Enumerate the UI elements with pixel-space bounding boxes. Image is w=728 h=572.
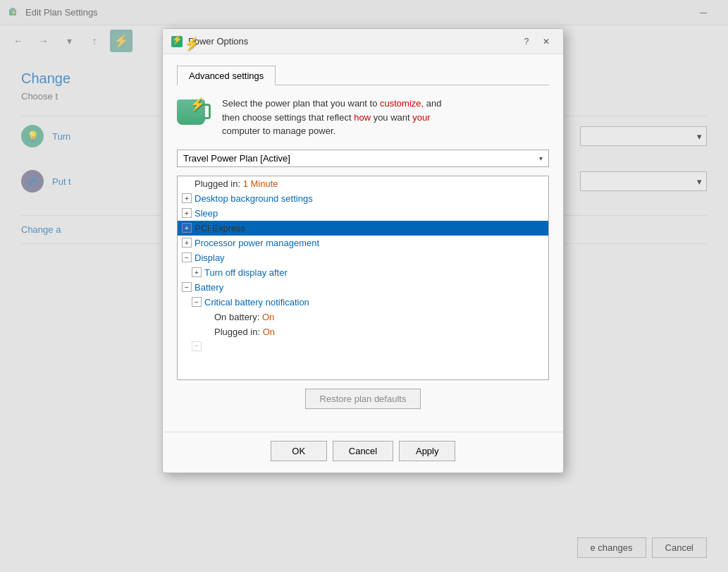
plan-dropdown-text: Travel Power Plan [Active]	[183, 153, 539, 164]
power-icon: ⚡	[177, 97, 211, 130]
tree-label-sleep: Sleep	[195, 208, 218, 219]
tree-item-pci-express[interactable]: + PCI Express	[178, 221, 548, 236]
expand-pci-express[interactable]: +	[182, 223, 192, 233]
tree-item-desktop-bg[interactable]: + Desktop background settings	[178, 191, 548, 206]
tree-item-extra[interactable]: −	[178, 339, 548, 353]
plan-dropdown[interactable]: Travel Power Plan [Active] ▾	[177, 150, 549, 167]
tree-item-display[interactable]: − Display	[178, 250, 548, 265]
expand-display[interactable]: −	[182, 252, 192, 262]
dialog-icon: ⚡	[171, 36, 183, 47]
tree-label-pci-express: PCI Express	[195, 223, 245, 233]
restore-btn-container: Restore plan defaults	[177, 389, 549, 409]
dialog-tabs: Advanced settings	[177, 66, 549, 85]
tree-label-display: Display	[195, 252, 225, 263]
tree-item-critical-battery[interactable]: − Critical battery notification	[178, 295, 548, 310]
expand-turn-off-display[interactable]: +	[192, 267, 202, 277]
dialog-title: Power Options	[188, 36, 518, 47]
ok-button[interactable]: OK	[271, 441, 327, 461]
expand-processor[interactable]: +	[182, 238, 192, 248]
expand-critical-battery[interactable]: −	[192, 297, 202, 307]
dialog-controls: ? ✕	[518, 33, 555, 50]
cancel-button[interactable]: Cancel	[333, 441, 393, 461]
settings-tree[interactable]: Plugged in: 1 Minute + Desktop backgroun…	[177, 176, 549, 380]
dialog-close-button[interactable]: ✕	[538, 33, 555, 50]
tree-item-sleep[interactable]: + Sleep	[178, 206, 548, 221]
power-options-dialog: ⚡ Power Options ? ✕ Advanced settings ⚡ …	[162, 28, 564, 473]
apply-button[interactable]: Apply	[399, 441, 455, 461]
tree-item-processor[interactable]: + Processor power management	[178, 236, 548, 250]
expand-sleep[interactable]: +	[182, 208, 192, 218]
tree-item-plugged-in-on[interactable]: Plugged in: On	[178, 324, 548, 339]
expand-battery[interactable]: −	[182, 282, 192, 292]
desc-text: Select the power plan that you want to c…	[222, 97, 441, 138]
plan-dropdown-arrow: ▾	[539, 154, 543, 162]
tree-label-processor: Processor power management	[195, 238, 319, 248]
tree-item-on-battery[interactable]: On battery: On	[178, 310, 548, 324]
tree-label-battery: Battery	[195, 282, 223, 293]
dialog-titlebar: ⚡ Power Options ? ✕	[163, 29, 563, 54]
dialog-body: Advanced settings ⚡ Select the power pla…	[163, 54, 563, 429]
tab-advanced-settings[interactable]: Advanced settings	[177, 66, 276, 85]
desc-section: ⚡ Select the power plan that you want to…	[177, 97, 549, 138]
dialog-help-button[interactable]: ?	[518, 33, 535, 50]
dialog-footer: OK Cancel Apply	[163, 432, 563, 473]
restore-defaults-button[interactable]: Restore plan defaults	[305, 389, 421, 409]
tree-label-critical-battery: Critical battery notification	[204, 297, 309, 308]
tree-label-turn-off-display: Turn off display after	[204, 267, 288, 278]
tree-item-battery[interactable]: − Battery	[178, 280, 548, 295]
tree-label-desktop-bg: Desktop background settings	[195, 193, 313, 204]
tree-item-turn-off-display[interactable]: + Turn off display after	[178, 265, 548, 280]
tree-item-plugged-in-1min[interactable]: Plugged in: 1 Minute	[178, 176, 548, 191]
expand-desktop-bg[interactable]: +	[182, 193, 192, 203]
